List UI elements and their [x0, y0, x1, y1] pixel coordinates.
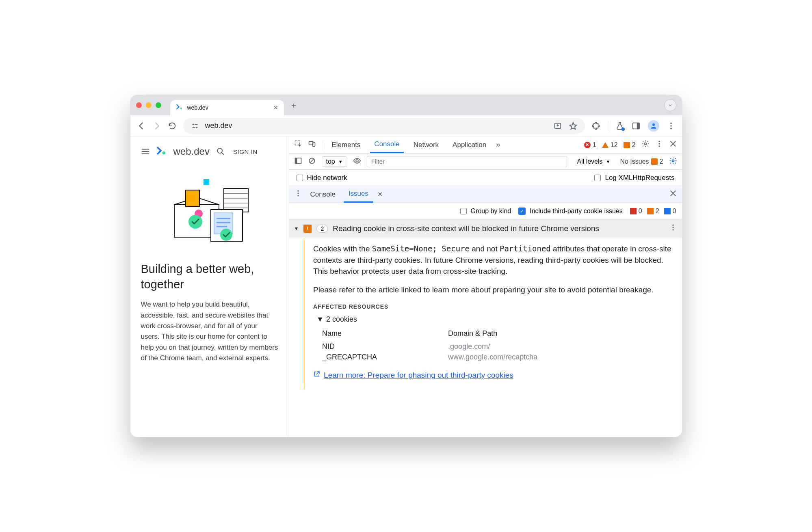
svg-point-47 [672, 225, 673, 226]
issue-header-row[interactable]: ▼ ! 2 Reading cookie in cross-site conte… [289, 219, 682, 238]
affected-cookies-table: Name Domain & Path NID .google.com/ _GRE… [322, 328, 673, 362]
favicon-icon [176, 103, 183, 112]
new-tab-button[interactable]: ＋ [290, 100, 298, 111]
tab-elements[interactable]: Elements [328, 138, 365, 152]
live-expression-icon[interactable] [353, 157, 361, 167]
device-toolbar-icon[interactable] [308, 140, 316, 150]
extensions-icon[interactable] [591, 121, 600, 130]
svg-rect-19 [224, 188, 248, 212]
issue-paragraph-2: Please refer to the article linked to le… [313, 284, 673, 296]
tab-close-icon[interactable]: ✕ [273, 104, 278, 111]
svg-point-12 [162, 151, 165, 155]
external-link-icon [313, 370, 320, 381]
tab-application[interactable]: Application [448, 138, 490, 152]
page-headline: Building a better web, together [141, 262, 278, 292]
close-window-button[interactable] [136, 102, 142, 108]
cookies-summary-toggle[interactable]: ▼ 2 cookies [316, 314, 673, 324]
svg-point-31 [220, 229, 232, 241]
svg-point-35 [644, 143, 646, 145]
tab-network[interactable]: Network [409, 138, 443, 152]
browser-tab[interactable]: web.dev ✕ [170, 100, 284, 115]
toolbar-divider [608, 121, 608, 131]
inspect-element-icon[interactable] [294, 140, 302, 150]
console-settings-gear-icon[interactable] [669, 157, 677, 167]
page-error-count: 0 [630, 208, 642, 215]
col-header-domain: Domain & Path [448, 328, 497, 339]
group-by-kind-checkbox[interactable]: Group by kind [460, 208, 511, 215]
tab-overflow-icon[interactable]: » [496, 141, 498, 149]
console-sidebar-toggle-icon[interactable] [294, 157, 302, 167]
issue-severity-icon: ! [303, 225, 312, 233]
svg-point-48 [672, 227, 673, 228]
table-row: _GRECAPTCHA www.google.com/recaptcha [322, 352, 673, 362]
breaking-change-count: 2 [647, 208, 659, 215]
site-settings-icon[interactable] [191, 121, 199, 130]
search-icon[interactable] [216, 147, 225, 156]
issue-title: Reading cookie in cross-site context wil… [333, 224, 599, 233]
settings-gear-icon[interactable] [641, 140, 650, 150]
expand-caret-icon[interactable]: ▼ [294, 226, 299, 231]
svg-point-37 [658, 143, 660, 144]
browser-window: web.dev ✕ ＋ web.dev [130, 95, 682, 437]
address-bar[interactable]: web.dev [183, 118, 585, 134]
no-issues-indicator[interactable]: No Issues 2 [620, 158, 663, 165]
drawer-menu-icon[interactable] [294, 189, 302, 199]
error-count[interactable]: ✕1 [584, 141, 596, 149]
drawer-tab-console[interactable]: Console [305, 187, 340, 202]
learn-more-link[interactable]: Learn more: Prepare for phasing out thir… [313, 370, 673, 381]
back-button[interactable] [137, 121, 146, 130]
console-filter-bar: top ▼ All levels ▼ No Issues 2 [289, 154, 682, 170]
minimize-window-button[interactable] [146, 102, 152, 108]
tab-console[interactable]: Console [370, 137, 403, 153]
clear-console-icon[interactable] [308, 157, 316, 167]
reload-button[interactable] [168, 121, 177, 130]
tab-strip: web.dev ✕ ＋ [130, 95, 682, 115]
install-app-icon[interactable] [553, 121, 562, 130]
devtools-close-icon[interactable] [669, 140, 677, 150]
table-row: NID .google.com/ [322, 341, 673, 352]
signin-link[interactable]: SIGN IN [233, 148, 258, 155]
drawer-tab-close-icon[interactable]: ✕ [377, 190, 383, 198]
side-panel-icon[interactable] [632, 121, 641, 130]
devtools-tabbar: Elements Console Network Application » ✕… [289, 136, 682, 154]
page-paragraph: We want to help you build beautiful, acc… [141, 299, 278, 363]
toolbar-actions [591, 120, 676, 132]
svg-rect-7 [637, 123, 639, 129]
issue-paragraph-1: Cookies with the SameSite=None; Secure a… [313, 243, 673, 277]
col-header-name: Name [322, 328, 448, 339]
log-xhr-checkbox[interactable]: Log XMLHttpRequests [594, 174, 674, 182]
execution-context-select[interactable]: top ▼ [322, 156, 347, 167]
svg-point-9 [670, 122, 672, 124]
issue-kind-counts: 0 2 0 [630, 208, 676, 215]
svg-point-43 [672, 160, 674, 162]
issue-count[interactable]: 2 [624, 141, 636, 149]
more-menu-icon[interactable] [655, 140, 663, 150]
svg-point-38 [658, 145, 660, 147]
console-settings-row: Hide network Log XMLHttpRequests [289, 170, 682, 186]
log-levels-select[interactable]: All levels ▼ [573, 157, 614, 167]
drawer-tab-issues[interactable]: Issues [344, 186, 373, 203]
hamburger-icon[interactable] [141, 147, 150, 156]
include-3p-cookie-checkbox[interactable]: ✓ Include third-party cookie issues [518, 208, 623, 215]
tab-overflow-button[interactable] [664, 99, 676, 111]
bookmark-star-icon[interactable] [569, 121, 578, 130]
fullscreen-window-button[interactable] [156, 102, 161, 108]
forward-button[interactable] [152, 121, 161, 130]
page-content: web.dev SIGN IN [130, 136, 289, 437]
svg-point-49 [672, 229, 673, 230]
site-logo-icon [156, 145, 167, 158]
hide-network-checkbox[interactable]: Hide network [297, 174, 347, 182]
svg-point-0 [180, 108, 182, 110]
issue-menu-icon[interactable] [669, 223, 677, 234]
labs-flask-icon[interactable] [615, 121, 624, 130]
profile-avatar[interactable] [648, 120, 659, 132]
svg-rect-40 [295, 158, 297, 163]
affected-resources-label: AFFECTED RESOURCES [313, 303, 673, 311]
console-filter-input[interactable] [367, 156, 567, 167]
drawer-tabbar: Console Issues ✕ [289, 186, 682, 203]
browser-menu-icon[interactable] [667, 121, 676, 130]
drawer-close-icon[interactable] [669, 189, 677, 199]
tab-title: web.dev [187, 104, 208, 111]
content-area: web.dev SIGN IN [130, 136, 682, 437]
warning-count[interactable]: 12 [602, 141, 618, 149]
